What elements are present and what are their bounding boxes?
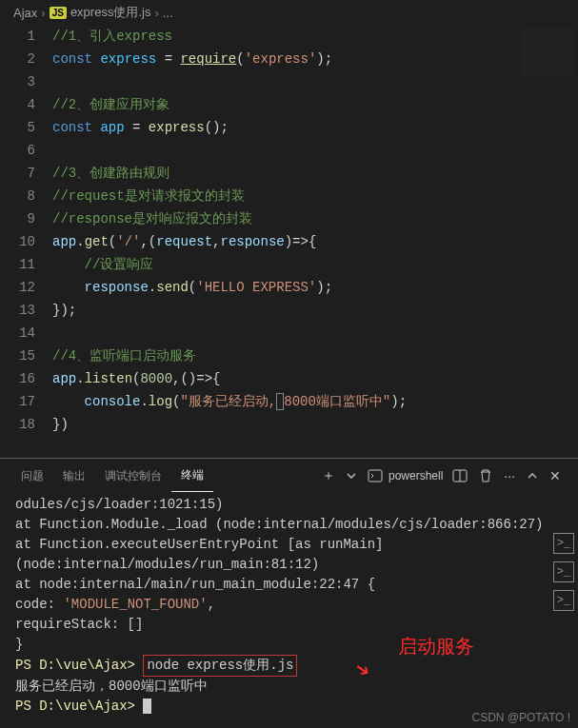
shell-label[interactable]: powershell: [389, 469, 443, 482]
terminal-side-icons: >_ >_ >_: [553, 533, 574, 611]
new-terminal-icon[interactable]: ＋: [316, 463, 341, 488]
tab-problems[interactable]: 问题: [11, 461, 53, 492]
code-comment: //2、创建应用对象: [52, 97, 169, 112]
terminal-instance-icon[interactable]: >_: [553, 533, 574, 554]
chevron-right-icon: ›: [41, 6, 45, 20]
terminal-line: requireStack: []: [15, 615, 567, 635]
code-comment: //request是对请求报文的封装: [52, 188, 245, 204]
chevron-down-icon[interactable]: [341, 467, 362, 484]
split-terminal-icon[interactable]: [447, 465, 473, 486]
tab-debug[interactable]: 调试控制台: [95, 461, 171, 492]
shell-icon[interactable]: [362, 465, 389, 486]
more-icon[interactable]: ···: [498, 464, 521, 487]
code-comment: //1、引入express: [52, 29, 172, 44]
tab-output[interactable]: 输出: [53, 461, 95, 492]
highlighted-command: node express使用.js: [143, 655, 297, 677]
terminal-line: odules/cjs/loader:1021:15): [15, 495, 567, 515]
code-comment: //4、监听端口启动服务: [52, 348, 196, 364]
chevron-right-icon: ›: [154, 6, 158, 20]
watermark: CSDN @POTATO !: [471, 711, 570, 724]
breadcrumb: Ajax › JS express使用.js › ...: [0, 0, 578, 25]
code-comment: //response是对响应报文的封装: [52, 211, 252, 226]
breadcrumb-file[interactable]: express使用.js: [70, 4, 151, 21]
breadcrumb-folder[interactable]: Ajax: [13, 6, 37, 20]
terminal-instance-icon[interactable]: >_: [553, 590, 574, 611]
close-panel-icon[interactable]: ✕: [544, 464, 567, 487]
breadcrumb-ellipsis[interactable]: ...: [163, 6, 173, 20]
svg-rect-0: [369, 470, 382, 482]
tab-terminal[interactable]: 终端: [171, 460, 213, 492]
panel-tabs: 问题 输出 调试控制台 终端 ＋ powershell ··· ✕: [0, 459, 578, 493]
code-comment: //3、创建路由规则: [52, 166, 169, 181]
annotation-label: 启动服务: [398, 632, 474, 660]
minimap[interactable]: [522, 29, 574, 76]
terminal-line: }: [15, 635, 567, 655]
terminal-instance-icon[interactable]: >_: [553, 561, 574, 582]
terminal-prompt-line: PS D:\vue\Ajax> node express使用.js: [15, 655, 567, 677]
terminal-line: at Function.executeUserEntryPoint [as ru…: [15, 535, 567, 575]
trash-icon[interactable]: [473, 464, 498, 487]
terminal-line: at node:internal/main/run_main_module:22…: [15, 575, 567, 595]
js-file-icon: JS: [50, 7, 67, 19]
terminal[interactable]: >_ >_ >_ odules/cjs/loader:1021:15) at F…: [0, 493, 578, 728]
terminal-cursor-icon: [143, 698, 151, 714]
bottom-panel: 问题 输出 调试控制台 终端 ＋ powershell ··· ✕ >_ >_ …: [0, 458, 578, 728]
code-content[interactable]: //1、引入express const express = require('e…: [52, 25, 578, 458]
code-editor[interactable]: 123 456 789 101112 131415 161718 //1、引入e…: [0, 25, 578, 458]
terminal-line: at Function.Module._load (node:internal/…: [15, 515, 567, 535]
line-number-gutter: 123 456 789 101112 131415 161718: [0, 25, 52, 458]
terminal-line: code: 'MODULE_NOT_FOUND',: [15, 595, 567, 615]
code-comment: //设置响应: [85, 257, 154, 272]
terminal-output: 服务已经启动，8000端口监听中: [15, 677, 567, 697]
maximize-panel-icon[interactable]: [521, 466, 544, 485]
